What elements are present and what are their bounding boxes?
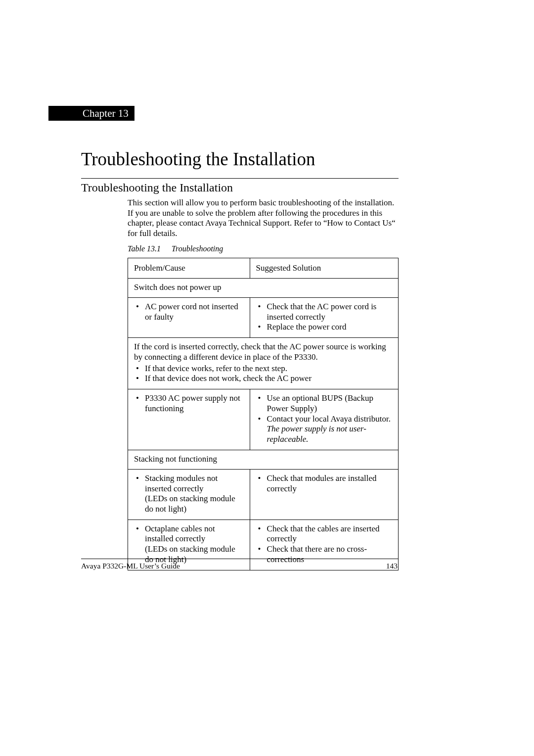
table-header-row: Problem/Cause Suggested Solution xyxy=(128,258,399,279)
header-problem: Problem/Cause xyxy=(128,258,250,279)
list-item: Check that the AC power cord is inserted… xyxy=(256,302,392,322)
table-row: If the cord is inserted correctly, check… xyxy=(128,338,399,389)
list-item: AC power cord not inserted or faulty xyxy=(134,302,244,322)
footer-rule xyxy=(81,559,399,559)
table-row: P3330 AC power supply not functioningUse… xyxy=(128,389,399,450)
list-item: Stacking modules not inserted correctly(… xyxy=(134,473,244,515)
footer-page-number: 143 xyxy=(386,562,398,570)
solution-cell: Check that the AC power cord is inserted… xyxy=(250,298,398,338)
table-row: Stacking not functioning xyxy=(128,450,399,469)
section-heading: Troubleshooting the Installation xyxy=(81,181,233,194)
section-heading-cell: Stacking not functioning xyxy=(128,450,399,469)
list-item: Use an optional BUPS (Backup Power Suppl… xyxy=(256,393,392,414)
header-solution: Suggested Solution xyxy=(250,258,398,279)
table-row: Switch does not power up xyxy=(128,279,399,298)
solution-cell: Use an optional BUPS (Backup Power Suppl… xyxy=(250,389,398,450)
banner-accent xyxy=(48,106,77,121)
table-row: Stacking modules not inserted correctly(… xyxy=(128,469,399,520)
title-rule xyxy=(81,178,399,179)
list-item: Replace the power cord xyxy=(256,322,392,332)
problem-cell: Stacking modules not inserted correctly(… xyxy=(128,469,250,520)
intro-paragraph: This section will allow you to perform b… xyxy=(128,198,399,239)
document-title: Troubleshooting the Installation xyxy=(81,148,315,170)
list-item: If that device works, refer to the next … xyxy=(134,364,392,374)
table-row: AC power cord not inserted or faultyChec… xyxy=(128,298,399,338)
footer-left: Avaya P332G-ML User’s Guide xyxy=(81,562,180,570)
list-item: Check that the cables are inserted corre… xyxy=(256,524,392,544)
list-item: Check that there are no cross-correction… xyxy=(256,544,392,565)
table-caption-number: Table 13.1 xyxy=(128,244,161,253)
problem-cell: AC power cord not inserted or faulty xyxy=(128,298,250,338)
chapter-banner: Chapter 13 xyxy=(48,106,398,121)
solution-cell: Check that the cables are inserted corre… xyxy=(250,520,398,570)
list-item: P3330 AC power supply not functioning xyxy=(134,393,244,414)
chapter-label: Chapter 13 xyxy=(77,106,134,121)
list-item: If that device does not work, check the … xyxy=(134,374,392,384)
list-item: Check that modules are installed correct… xyxy=(256,473,392,494)
troubleshooting-table: Problem/Cause Suggested Solution Switch … xyxy=(128,258,399,570)
section-heading-cell: Switch does not power up xyxy=(128,279,399,298)
problem-cell: P3330 AC power supply not functioning xyxy=(128,389,250,450)
table-caption: Table 13.1 Troubleshooting xyxy=(128,244,223,253)
spanning-cell: If the cord is inserted correctly, check… xyxy=(128,338,399,389)
table-caption-name: Troubleshooting xyxy=(172,244,223,253)
solution-cell: Check that modules are installed correct… xyxy=(250,469,398,520)
list-item: Contact your local Avaya distributor. Th… xyxy=(256,414,392,445)
